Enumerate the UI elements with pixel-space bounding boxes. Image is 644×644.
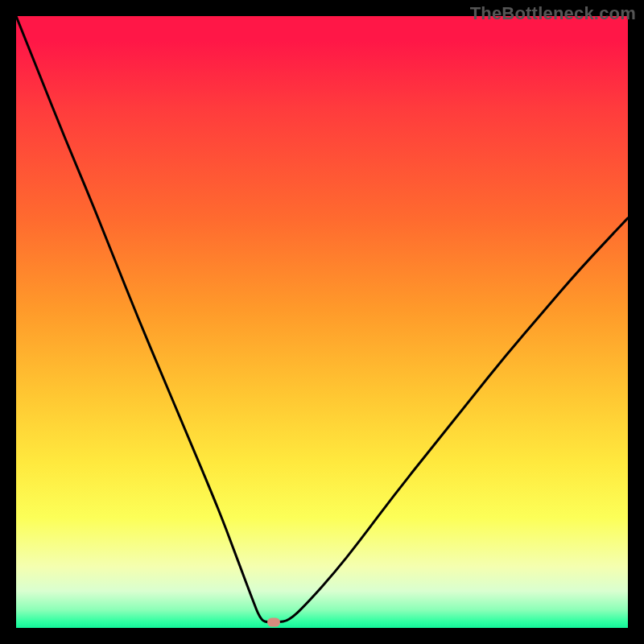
curve-path bbox=[16, 16, 628, 622]
chart-frame: TheBottleneck.com bbox=[0, 0, 644, 644]
bottleneck-curve bbox=[16, 16, 628, 628]
optimal-point-marker bbox=[267, 618, 280, 627]
watermark-label: TheBottleneck.com bbox=[470, 3, 636, 24]
plot-area bbox=[16, 16, 628, 628]
